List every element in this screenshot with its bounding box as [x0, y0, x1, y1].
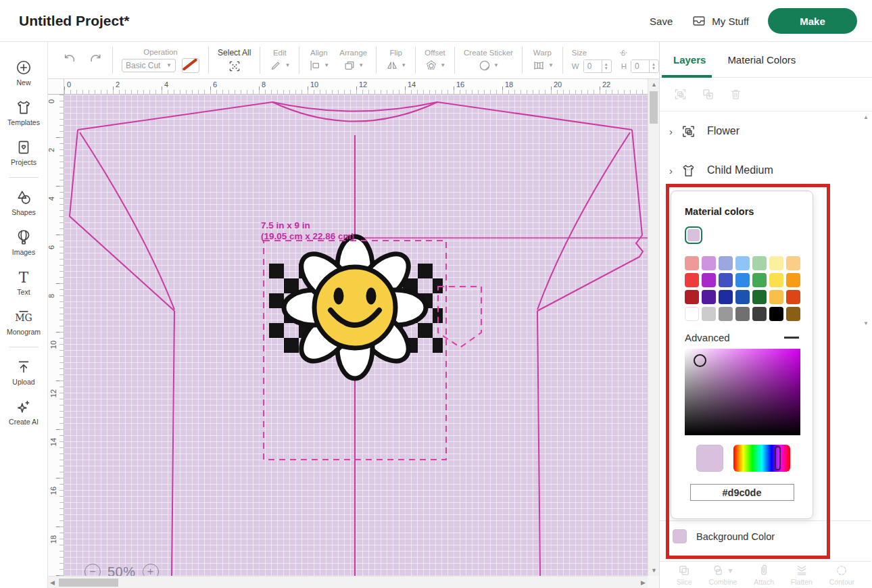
palette-swatch-r3-c4[interactable]	[752, 307, 767, 321]
layer-name: Child Medium	[707, 164, 773, 176]
sidebar-item-monogram[interactable]: MG Monogram	[0, 302, 47, 342]
chevron-right-icon[interactable]: ›	[669, 165, 673, 176]
tab-material-colors[interactable]: Material Colors	[727, 54, 796, 66]
palette-swatch-r1-c5[interactable]	[769, 273, 783, 287]
gradient-cursor[interactable]	[694, 354, 706, 367]
sidebar-item-images[interactable]: Images	[0, 222, 47, 262]
palette-swatch-r2-c5[interactable]	[769, 290, 783, 304]
width-stepper[interactable]: ▲▼	[602, 60, 610, 72]
hue-slider[interactable]	[733, 445, 790, 472]
scroll-up-arrow[interactable]: ▲	[651, 81, 657, 88]
attach-button[interactable]: Attach	[754, 564, 774, 586]
sidebar-item-projects[interactable]: Projects	[0, 132, 47, 172]
vertical-scroll-thumb[interactable]	[650, 91, 658, 124]
background-color-swatch[interactable]	[673, 529, 687, 543]
horizontal-scroll-thumb[interactable]	[59, 579, 118, 587]
select-all-button[interactable]: Select All	[218, 48, 251, 73]
palette-swatch-r3-c3[interactable]	[735, 307, 750, 321]
h-ruler-label: 18	[505, 80, 513, 89]
sidebar-item-text[interactable]: T Text	[0, 262, 47, 302]
palette-swatch-r3-c0[interactable]	[685, 307, 699, 321]
flip-button[interactable]: Flip ▼	[385, 49, 406, 72]
lock-open-icon[interactable]	[618, 48, 629, 57]
layer-row-child-medium[interactable]: › Child Medium	[660, 151, 872, 190]
palette-swatch-r1-c4[interactable]	[752, 273, 767, 287]
canvas-grid[interactable]: 7.5 in x 9 in (19.05 cm x 22.86 cm) − 50…	[64, 95, 648, 576]
create-sticker-button[interactable]: Create Sticker ▼	[464, 49, 513, 72]
sidebar-item-create-ai[interactable]: Create AI	[0, 392, 47, 432]
hue-slider-handle[interactable]	[775, 446, 781, 470]
palette-swatch-r0-c6[interactable]	[786, 256, 800, 270]
palette-swatch-r2-c2[interactable]	[719, 290, 733, 304]
palette-swatch-r2-c3[interactable]	[735, 290, 750, 304]
make-button[interactable]: Make	[768, 8, 857, 34]
horizontal-scrollbar[interactable]: ◀ ▶	[48, 576, 648, 588]
operation-select[interactable]: Basic Cut ▼	[122, 59, 176, 72]
slice-icon	[677, 564, 691, 577]
scroll-right-arrow[interactable]: ▶	[641, 579, 646, 586]
palette-swatch-r3-c2[interactable]	[719, 307, 733, 321]
height-field[interactable]: ▲▼	[631, 59, 659, 73]
palette-swatch-r1-c2[interactable]	[719, 273, 733, 287]
sidebar-item-new[interactable]: New	[0, 53, 47, 93]
palette-swatch-r0-c2[interactable]	[719, 256, 733, 270]
collapse-advanced-button[interactable]	[784, 337, 799, 339]
sidebar-item-templates[interactable]: Templates	[0, 93, 47, 132]
group-button[interactable]	[673, 87, 687, 101]
offset-button[interactable]: Offset ▼	[425, 49, 445, 72]
pen-color-swatch[interactable]	[182, 58, 199, 73]
palette-swatch-r2-c1[interactable]	[702, 290, 716, 304]
duplicate-button[interactable]	[701, 87, 715, 101]
sidebar-item-upload[interactable]: Upload	[0, 352, 47, 392]
saturation-brightness-picker[interactable]	[685, 349, 800, 435]
layer-row-flower[interactable]: › Flower	[660, 112, 872, 151]
h-ruler-label: 6	[213, 80, 217, 89]
palette-swatch-r1-c0[interactable]	[685, 273, 699, 287]
current-color-swatch[interactable]	[696, 445, 723, 472]
redo-button[interactable]	[87, 51, 103, 69]
palette-swatch-r3-c6[interactable]	[786, 307, 800, 321]
my-stuff-button[interactable]: My Stuff	[692, 14, 749, 28]
palette-swatch-r3-c5[interactable]	[769, 307, 783, 321]
panel-scroll-up-arrow[interactable]: ▲	[863, 114, 869, 120]
palette-swatch-r0-c4[interactable]	[752, 256, 767, 270]
tab-layers[interactable]: Layers	[673, 54, 706, 66]
vertical-scrollbar[interactable]: ▲ ▼	[648, 79, 659, 576]
palette-swatch-r1-c6[interactable]	[786, 273, 800, 287]
edit-menu-button[interactable]: Edit ▼	[269, 49, 290, 72]
hex-color-input[interactable]	[690, 484, 794, 501]
width-input[interactable]	[584, 60, 602, 72]
contour-button[interactable]: Contour	[829, 564, 854, 586]
sidebar-divider	[9, 177, 39, 178]
scroll-left-arrow[interactable]: ◀	[50, 579, 55, 586]
palette-swatch-r0-c3[interactable]	[735, 256, 750, 270]
combine-button[interactable]: ▼ Combine	[708, 564, 737, 586]
slice-button[interactable]: Slice	[677, 564, 692, 586]
warp-button[interactable]: Warp ▼	[531, 49, 554, 72]
selected-material-swatch[interactable]	[685, 226, 702, 244]
width-field[interactable]: ▲▼	[583, 59, 612, 73]
palette-swatch-r1-c3[interactable]	[735, 273, 750, 287]
height-input[interactable]	[631, 60, 649, 72]
attach-icon	[757, 564, 771, 577]
chevron-right-icon[interactable]: ›	[669, 126, 673, 137]
palette-swatch-r2-c0[interactable]	[685, 290, 699, 304]
palette-swatch-r0-c1[interactable]	[702, 256, 716, 270]
palette-swatch-r1-c1[interactable]	[702, 273, 716, 287]
save-button[interactable]: Save	[650, 16, 673, 27]
palette-swatch-r3-c1[interactable]	[702, 307, 716, 321]
scroll-down-arrow[interactable]: ▼	[651, 567, 657, 574]
align-button[interactable]: Align ▼	[308, 49, 329, 72]
palette-swatch-r2-c4[interactable]	[752, 290, 767, 304]
undo-button[interactable]	[62, 51, 78, 69]
palette-swatch-r2-c6[interactable]	[786, 290, 800, 304]
arrange-button[interactable]: Arrange ▼	[339, 49, 367, 72]
sidebar-item-shapes[interactable]: Shapes	[0, 182, 47, 222]
trash-button[interactable]	[729, 87, 743, 101]
flatten-button[interactable]: Flatten	[791, 564, 813, 586]
palette-swatch-r0-c0[interactable]	[685, 256, 699, 270]
flower-design[interactable]	[269, 237, 443, 378]
palette-swatch-r0-c5[interactable]	[769, 256, 783, 270]
height-stepper[interactable]: ▲▼	[649, 60, 658, 72]
panel-scroll-down-arrow[interactable]: ▼	[863, 320, 869, 326]
